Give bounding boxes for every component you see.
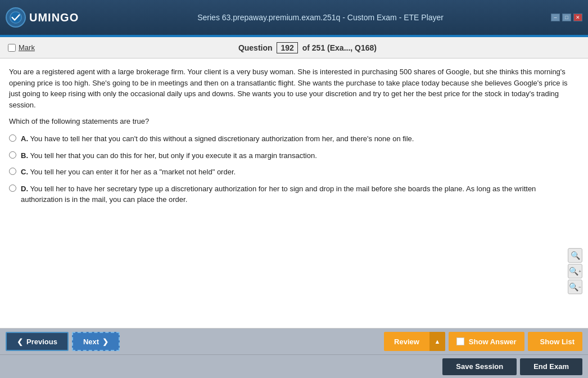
question-text: You are a registered agent with a large … [9, 66, 579, 110]
radio-b[interactable] [9, 151, 16, 159]
radio-a[interactable] [9, 134, 16, 142]
window-controls: – □ ✕ [551, 14, 582, 21]
zoom-in-icon[interactable]: 🔍+ [568, 264, 582, 278]
review-button[interactable]: Review ▲ [384, 332, 445, 351]
mark-label[interactable]: Mark [19, 43, 35, 52]
window-title: Series 63.prepaway.premium.exam.251q - C… [90, 13, 551, 22]
question-number: 192 [277, 42, 297, 53]
zoom-out-icon[interactable]: 🔍− [568, 280, 582, 294]
mark-section: Mark [8, 43, 35, 52]
title-bar: UMINGO Series 63.prepaway.premium.exam.2… [0, 0, 588, 35]
header-bar: Mark Question 192 of 251 (Exa..., Q168) [0, 37, 588, 58]
show-answer-checkbox-icon [456, 338, 464, 345]
show-list-button[interactable]: Show List [528, 332, 582, 351]
minimize-button[interactable]: – [551, 14, 560, 21]
mark-checkbox[interactable] [8, 44, 16, 52]
question-sub: Which of the following statements are tr… [9, 117, 579, 125]
maximize-button[interactable]: □ [562, 14, 571, 21]
option-d-text: D. You tell her to have her secretary ty… [21, 183, 579, 205]
option-c-text: C. You tell her you can enter it for her… [21, 166, 236, 178]
save-session-button[interactable]: Save Session [442, 358, 517, 375]
question-total: of 251 (Exa..., Q168) [302, 43, 377, 52]
end-exam-button[interactable]: End Exam [520, 358, 582, 375]
action-bar: Save Session End Exam [0, 354, 588, 378]
option-b-text: B. You tell her that you can do this for… [21, 150, 317, 161]
close-button[interactable]: ✕ [573, 14, 582, 21]
prev-chevron-icon: ❮ [17, 338, 23, 346]
zoom-panel: 🔍 🔍+ 🔍− [568, 248, 582, 294]
logo: UMINGO [6, 7, 79, 28]
next-chevron-icon: ❯ [102, 338, 108, 346]
option-a: A. You have to tell her that you can't d… [9, 133, 579, 145]
option-c: C. You tell her you can enter it for her… [9, 166, 579, 178]
logo-text: UMINGO [29, 11, 79, 24]
show-answer-button[interactable]: Show Answer [449, 332, 524, 351]
question-info: Question 192 of 251 (Exa..., Q168) [35, 42, 580, 53]
question-label: Question [238, 43, 273, 52]
previous-button[interactable]: ❮ Previous [6, 332, 69, 351]
radio-d[interactable] [9, 184, 16, 192]
option-d: D. You tell her to have her secretary ty… [9, 183, 579, 205]
option-b: B. You tell her that you can do this for… [9, 150, 579, 161]
main-content: You are a registered agent with a large … [0, 58, 588, 328]
review-dropdown-icon[interactable]: ▲ [429, 332, 445, 351]
option-a-text: A. You have to tell her that you can't d… [21, 133, 414, 145]
search-icon[interactable]: 🔍 [568, 248, 582, 263]
nav-bar: ❮ Previous Next ❯ Review ▲ Show Answer S… [0, 328, 588, 354]
next-button[interactable]: Next ❯ [72, 332, 120, 351]
logo-icon [6, 7, 26, 28]
radio-c[interactable] [9, 168, 16, 175]
